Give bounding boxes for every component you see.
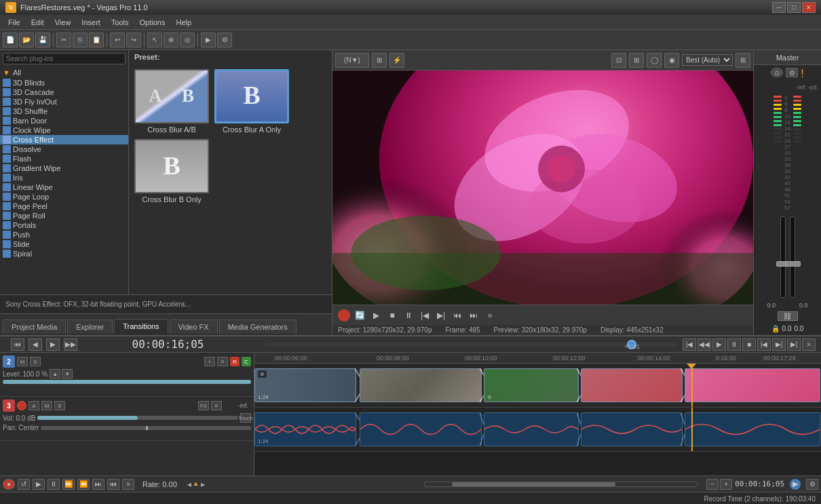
sidebar-item-3dcascade[interactable]: 3D Cascade (0, 88, 128, 97)
track-fx-audio[interactable]: FX (198, 401, 209, 410)
tl-btn4[interactable]: ▶▶ (64, 338, 77, 351)
tl-next-footer-btn[interactable]: ⏮ (107, 479, 119, 490)
track-composite-video[interactable]: C (242, 357, 251, 366)
undo-button[interactable]: ↩ (110, 33, 125, 47)
menu-insert[interactable]: Insert (76, 17, 106, 28)
footer-preview-btn[interactable]: ▶ (790, 479, 801, 490)
tl-btn3[interactable]: ▶ (46, 338, 60, 351)
next-button[interactable]: ⏭ (467, 309, 480, 322)
tab-video-fx[interactable]: Video FX (170, 319, 218, 334)
track-mute-video[interactable]: M (17, 357, 28, 366)
preset-cross-blur-b[interactable]: B Cross Blur B Only (134, 139, 209, 203)
close-button[interactable]: ✕ (802, 2, 816, 13)
menu-help[interactable]: Help (170, 17, 197, 28)
track-more-audio[interactable]: ≡ (211, 401, 222, 410)
level-slider[interactable] (3, 380, 251, 384)
tl-record-btn[interactable]: ● (3, 479, 15, 490)
menu-view[interactable]: View (50, 17, 77, 28)
tl-stop-footer-btn[interactable]: ⏸ (47, 479, 60, 490)
tab-media-generators[interactable]: Media Generators (219, 319, 297, 334)
window-controls[interactable]: ─ □ ✕ (772, 2, 816, 13)
audio-clip-5[interactable] (685, 412, 820, 446)
tl-more-footer-btn[interactable]: » (122, 479, 134, 490)
menu-tools[interactable]: Tools (106, 17, 134, 28)
paste-button[interactable]: 📋 (89, 33, 104, 47)
tl-step-fwd-button[interactable]: ▶| (772, 338, 786, 351)
sidebar-item-3dflyin[interactable]: 3D Fly In/Out (0, 97, 128, 106)
sidebar-item-portals[interactable]: Portals (0, 220, 128, 230)
pause-button[interactable]: ⏸ (402, 309, 415, 322)
tl-end-footer-btn[interactable]: ⏭ (92, 479, 104, 490)
tl-step-back-button[interactable]: |◀ (757, 338, 771, 351)
fader-right[interactable] (790, 216, 795, 298)
level-down-btn[interactable]: ▼ (62, 369, 73, 379)
sidebar-item-barndoor[interactable]: Barn Door (0, 116, 128, 125)
open-button[interactable]: 📂 (19, 33, 34, 47)
more-button[interactable]: » (483, 309, 497, 322)
sidebar-item-spiral[interactable]: Spiral (0, 249, 128, 258)
play-button[interactable]: ▶ (369, 309, 383, 322)
tl-loop-btn[interactable]: ↺ (18, 479, 30, 490)
preview-grid-button[interactable]: ⊞ (629, 53, 644, 68)
tl-more-button[interactable]: » (802, 338, 816, 351)
tool3-button[interactable]: ◎ (180, 33, 195, 47)
sidebar-item-3dblinds[interactable]: 3D Blinds (0, 78, 128, 88)
video-clip-1[interactable]: ⊕ 1;24 (254, 368, 356, 402)
mixer-power-button[interactable]: ⊙ (771, 68, 783, 77)
sidebar-item-pageroll[interactable]: Page Roll (0, 211, 128, 220)
next-frame-button[interactable]: ▶| (434, 309, 448, 322)
track-expand-video[interactable]: + (204, 357, 215, 366)
stop-button[interactable]: ■ (385, 309, 399, 322)
track-record-audio[interactable] (17, 401, 26, 410)
sidebar-item-slide[interactable]: Slide (0, 239, 128, 249)
tree-root-all[interactable]: ▼ All (0, 67, 128, 78)
sidebar-item-clockwipe[interactable]: Clock Wipe (0, 125, 128, 135)
prev-frame-button[interactable]: |◀ (418, 309, 432, 322)
tab-explorer[interactable]: Explorer (67, 319, 113, 334)
tl-ff-btn[interactable]: ⏩ (62, 479, 75, 490)
audio-clip-1[interactable]: 1;24 (254, 412, 356, 446)
fader-knob-right[interactable] (786, 261, 801, 267)
audio-clip-3[interactable] (484, 412, 579, 446)
settings-button[interactable]: ⚙ (217, 33, 232, 47)
loop-button[interactable]: 🔄 (353, 309, 366, 322)
vol-touch-btn[interactable]: Touch (240, 413, 251, 423)
tl-rw-button[interactable]: ◀◀ (698, 338, 711, 351)
preview-snap-button[interactable]: ⊡ (611, 53, 626, 68)
tab-project-media[interactable]: Project Media (3, 319, 66, 334)
sidebar-item-gradientwipe[interactable]: Gradient Wipe (0, 163, 128, 173)
scrollbar-thumb[interactable] (452, 482, 616, 486)
video-clip-5[interactable] (685, 368, 820, 402)
menu-edit[interactable]: Edit (26, 17, 50, 28)
timeline-scrubber[interactable]: +1:01 (265, 343, 677, 347)
sidebar-item-pageloop[interactable]: Page Loop (0, 192, 128, 201)
rate-left-arrow[interactable]: ◂ (187, 480, 191, 489)
search-input[interactable] (3, 53, 126, 64)
audio-clip-2[interactable] (360, 412, 482, 446)
tl-btn1[interactable]: ⏮ (11, 338, 24, 351)
sidebar-item-iris[interactable]: Iris (0, 173, 128, 182)
timeline-scrollbar[interactable] (424, 482, 699, 487)
preview-zoom-select[interactable]: (N▼) (335, 53, 369, 68)
preview-fit-button[interactable]: ⊞ (372, 53, 387, 68)
track-mute-audio[interactable]: M (41, 401, 52, 410)
sidebar-item-push[interactable]: Push (0, 230, 128, 239)
preset-cross-blur-ab[interactable]: A B Cross Blur A/B (134, 69, 209, 134)
redo-button[interactable]: ↪ (126, 33, 141, 47)
preset-cross-blur-a[interactable]: B Cross Blur A Only (214, 69, 289, 134)
sidebar-item-flash[interactable]: Flash (0, 154, 128, 163)
tl-prev-button[interactable]: |◀ (683, 338, 696, 351)
prev-button[interactable]: ⏮ (451, 309, 464, 322)
pan-slider[interactable] (41, 426, 251, 430)
footer-settings-btn[interactable]: ⚙ (806, 479, 818, 490)
preview-safe-button[interactable]: ◉ (664, 53, 679, 68)
sidebar-item-3dshuffle[interactable]: 3D Shuffle (0, 106, 128, 116)
sidebar-item-linearwipe[interactable]: Linear Wipe (0, 182, 128, 192)
new-button[interactable]: 📄 (3, 33, 18, 47)
sidebar-item-dissolve[interactable]: Dissolve (0, 144, 128, 154)
tool2-button[interactable]: ⊕ (164, 33, 178, 47)
minimize-button[interactable]: ─ (772, 2, 786, 13)
tl-rew-btn[interactable]: ⏪ (77, 479, 90, 490)
tl-play-button[interactable]: ▶ (712, 338, 726, 351)
audio-clip-4[interactable] (581, 412, 683, 446)
